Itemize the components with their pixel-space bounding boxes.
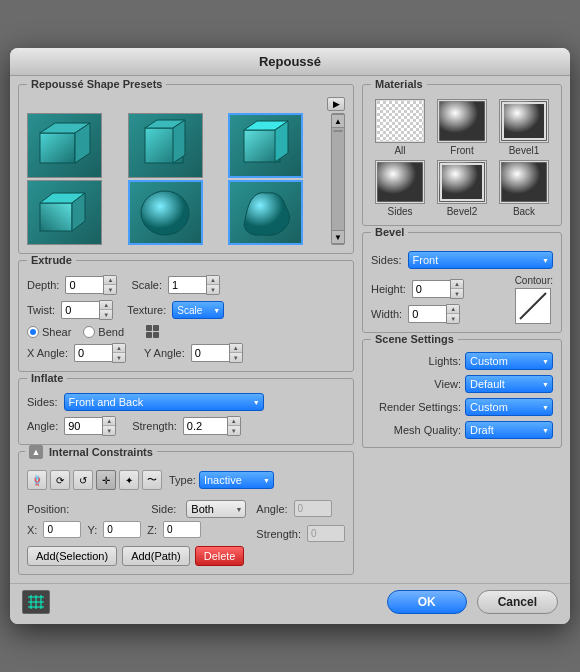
material-all[interactable]: All [371,99,429,156]
ic-tool-cross[interactable]: ✛ [96,470,116,490]
x-angle-stepper[interactable]: ▲▼ [74,343,126,363]
material-bevel1-thumb[interactable] [499,99,549,143]
material-bevel2[interactable]: Bevel2 [433,160,491,217]
y-angle-up[interactable]: ▲ [230,344,242,353]
side-dropdown[interactable]: Both [186,500,246,518]
bevel-height-up[interactable]: ▲ [451,280,463,289]
inflate-strength-up[interactable]: ▲ [228,417,240,426]
ok-button[interactable]: OK [387,590,467,614]
shear-label: Shear [42,326,71,338]
twist-input[interactable] [61,301,99,319]
add-path-button[interactable]: Add(Path) [122,546,190,566]
depth-label: Depth: [27,279,59,291]
delete-button[interactable]: Delete [195,546,245,566]
material-back-thumb[interactable] [499,160,549,204]
bevel-width-up[interactable]: ▲ [447,305,459,314]
material-front-thumb[interactable] [437,99,487,143]
preset-item-2[interactable] [128,113,203,178]
preset-item-6[interactable] [228,180,303,245]
material-bevel1[interactable]: Bevel1 [495,99,553,156]
inflate-sides-dropdown[interactable]: Front and Back [64,393,264,411]
y-angle-stepper[interactable]: ▲▼ [191,343,243,363]
texture-dropdown[interactable]: Scale [172,301,224,319]
shear-radio-circle[interactable] [27,326,39,338]
scroll-down-arrow[interactable]: ▼ [331,230,345,244]
y-angle-down[interactable]: ▼ [230,353,242,362]
x-angle-up[interactable]: ▲ [113,344,125,353]
material-back[interactable]: Back [495,160,553,217]
material-sides[interactable]: Sides [371,160,429,217]
y-input[interactable] [103,521,141,538]
preset-item-3[interactable] [228,113,303,178]
svg-rect-18 [439,101,485,141]
bend-label: Bend [98,326,124,338]
preset-item-1[interactable] [27,113,102,178]
bevel-height-input[interactable] [412,280,450,298]
bevel-width-stepper[interactable]: ▲▼ [408,304,460,324]
ic-tool-move[interactable]: ✦ [119,470,139,490]
presets-scrollbar[interactable]: ▲ ▼ [331,113,345,245]
bevel-width-input[interactable] [408,305,446,323]
x-input[interactable] [43,521,81,538]
scale-down[interactable]: ▼ [207,285,219,294]
svg-rect-23 [377,162,423,202]
contour-button[interactable] [515,288,551,324]
x-angle-input[interactable] [74,344,112,362]
mesh-dropdown[interactable]: Draft [465,421,553,439]
z-input[interactable] [163,521,201,538]
lights-dropdown[interactable]: Custom [465,352,553,370]
ic-tool-lasso[interactable]: ⟳ [50,470,70,490]
cancel-button[interactable]: Cancel [477,590,558,614]
preset-item-5[interactable] [128,180,203,245]
view-dropdown[interactable]: Default [465,375,553,393]
constraints-title: Internal Constraints [49,446,153,458]
depth-stepper[interactable]: ▲▼ [65,275,117,295]
ic-tool-curve[interactable]: 〜 [142,470,162,490]
ic-tool-arc[interactable]: ↺ [73,470,93,490]
constraints-collapse-btn[interactable]: ▲ [29,445,43,459]
scale-input[interactable] [168,276,206,294]
depth-down[interactable]: ▼ [104,285,116,294]
inflate-angle-stepper[interactable]: ▲▼ [64,416,116,436]
scale-up[interactable]: ▲ [207,276,219,285]
bevel-sides-dropdown[interactable]: Front [408,251,553,269]
inflate-angle-input[interactable] [64,417,102,435]
depth-input[interactable] [65,276,103,294]
inflate-angle-up[interactable]: ▲ [103,417,115,426]
depth-up[interactable]: ▲ [104,276,116,285]
scale-stepper[interactable]: ▲▼ [168,275,220,295]
material-front[interactable]: Front [433,99,491,156]
material-all-thumb[interactable] [375,99,425,143]
type-dropdown[interactable]: Inactive [199,471,274,489]
twist-stepper[interactable]: ▲▼ [61,300,113,320]
inflate-strength-stepper[interactable]: ▲▼ [183,416,241,436]
material-sides-thumb[interactable] [375,160,425,204]
extrude-section: Extrude Depth: ▲▼ Scale: ▲▼ [18,260,354,372]
add-selection-button[interactable]: Add(Selection) [27,546,117,566]
preset-item-4[interactable] [27,180,102,245]
shear-radio[interactable]: Shear [27,326,71,338]
inflate-strength-input[interactable] [183,417,227,435]
ic-tool-rope[interactable]: 🪢 [27,470,47,490]
twist-up[interactable]: ▲ [100,301,112,310]
add-buttons: Add(Selection) Add(Path) Delete [27,546,345,566]
material-bevel2-thumb[interactable] [437,160,487,204]
svg-point-12 [141,191,189,235]
presets-menu-button[interactable]: ▶ [327,97,345,111]
y-angle-input[interactable] [191,344,229,362]
x-angle-down[interactable]: ▼ [113,353,125,362]
bevel-width-down[interactable]: ▼ [447,314,459,323]
bevel-width-label: Width: [371,308,402,320]
inflate-angle-down[interactable]: ▼ [103,426,115,435]
scroll-up-arrow[interactable]: ▲ [331,114,345,128]
inflate-strength-down[interactable]: ▼ [228,426,240,435]
scroll-thumb[interactable] [333,130,343,132]
twist-down[interactable]: ▼ [100,310,112,319]
bend-radio-circle[interactable] [83,326,95,338]
bevel-height-stepper[interactable]: ▲▼ [412,279,464,299]
bevel-height-down[interactable]: ▼ [451,289,463,298]
bend-radio[interactable]: Bend [83,326,124,338]
materials-grid: All Front Bevel1 [371,99,553,217]
material-bevel2-label: Bevel2 [447,206,478,217]
render-dropdown[interactable]: Custom [465,398,553,416]
